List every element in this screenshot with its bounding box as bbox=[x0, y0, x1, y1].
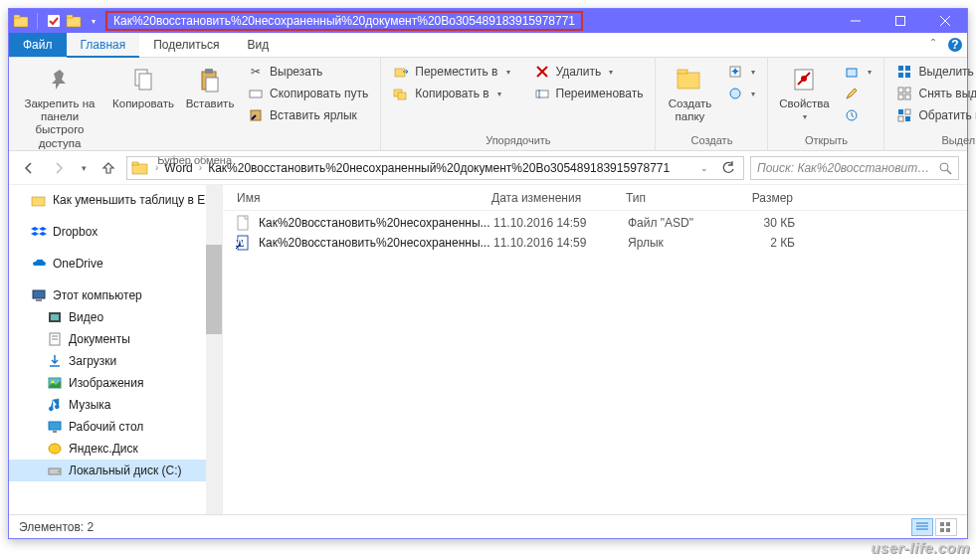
svg-rect-1 bbox=[14, 15, 20, 18]
search-icon bbox=[938, 161, 952, 175]
folder-small-icon[interactable] bbox=[66, 13, 82, 29]
svg-rect-39 bbox=[905, 94, 910, 99]
svg-rect-30 bbox=[847, 69, 857, 77]
svg-rect-4 bbox=[67, 15, 73, 18]
ribbon-collapse-icon[interactable]: ˆ bbox=[923, 33, 943, 57]
tree-item-downloads[interactable]: Загрузки bbox=[9, 350, 222, 372]
recent-locations-button[interactable]: ▾ bbox=[77, 156, 91, 180]
open-button[interactable]: ▾ bbox=[838, 62, 878, 82]
checkbox-icon[interactable] bbox=[46, 13, 62, 29]
delete-button[interactable]: Удалить▾ bbox=[528, 62, 650, 82]
open-group-label: Открыть bbox=[768, 132, 883, 150]
maximize-button[interactable] bbox=[878, 9, 922, 33]
tree-item-thispc[interactable]: Этот компьютер bbox=[9, 284, 222, 306]
tree-label: Этот компьютер bbox=[53, 288, 142, 302]
moveto-icon bbox=[393, 64, 409, 80]
forward-button[interactable] bbox=[47, 156, 71, 180]
breadcrumb-word[interactable]: Word bbox=[164, 161, 192, 175]
svg-rect-48 bbox=[32, 197, 45, 206]
tree-item-folder[interactable]: Как уменьшить таблицу в E bbox=[9, 189, 222, 211]
tree-item-videos[interactable]: Видео bbox=[9, 306, 222, 328]
svg-rect-36 bbox=[898, 88, 903, 93]
close-button[interactable] bbox=[922, 9, 967, 33]
computer-icon bbox=[31, 287, 47, 303]
tree-item-music[interactable]: Музыка bbox=[9, 394, 222, 416]
address-bar[interactable]: › Word › Как%20восстановить%20несохранен… bbox=[126, 156, 744, 180]
cut-button[interactable]: ✂Вырезать bbox=[242, 62, 374, 82]
chevron-down-icon: ▾ bbox=[751, 90, 755, 98]
pin-quickaccess-button[interactable]: Закрепить на панели быстрого доступа bbox=[15, 62, 104, 152]
paste-icon bbox=[194, 64, 226, 95]
back-button[interactable] bbox=[17, 156, 41, 180]
tree-label: Рабочий стол bbox=[69, 420, 143, 434]
column-size[interactable]: Размер bbox=[725, 191, 805, 205]
tree-item-dropbox[interactable]: Dropbox bbox=[9, 221, 222, 243]
copy-to-button[interactable]: Копировать в▾ bbox=[387, 84, 515, 103]
search-placeholder: Поиск: Как%20восстановить... bbox=[757, 161, 932, 175]
item-count: Элементов: 2 bbox=[19, 520, 94, 534]
help-icon[interactable]: ? bbox=[943, 33, 967, 57]
tab-file[interactable]: Файл bbox=[9, 33, 67, 57]
tab-share[interactable]: Поделиться bbox=[139, 33, 233, 57]
new-folder-button[interactable]: Создать папку bbox=[662, 62, 717, 125]
tree-label: Локальный диск (C:) bbox=[69, 464, 182, 477]
tree-label: Видео bbox=[69, 310, 103, 324]
properties-icon bbox=[788, 64, 820, 95]
svg-rect-60 bbox=[53, 431, 57, 433]
search-input[interactable]: Поиск: Как%20восстановить... bbox=[750, 156, 959, 180]
tree-item-documents[interactable]: Документы bbox=[9, 328, 222, 350]
tree-item-pictures[interactable]: Изображения bbox=[9, 372, 222, 394]
delete-icon bbox=[534, 64, 550, 80]
tree-item-yadisk[interactable]: Яндекс.Диск bbox=[9, 438, 222, 460]
tree-item-desktop[interactable]: Рабочий стол bbox=[9, 416, 222, 438]
column-type[interactable]: Тип bbox=[626, 191, 725, 205]
new-item-button[interactable]: ✦▾ bbox=[721, 62, 761, 82]
details-view-button[interactable] bbox=[911, 518, 933, 536]
qat-dropdown-icon[interactable]: ▾ bbox=[86, 13, 101, 29]
file-row[interactable]: W Как%20восстановить%20несохраненны... 1… bbox=[223, 233, 967, 253]
easy-access-button[interactable]: ▾ bbox=[721, 84, 761, 103]
edit-button[interactable] bbox=[838, 84, 878, 103]
minimize-button[interactable] bbox=[833, 9, 878, 33]
tab-view[interactable]: Вид bbox=[233, 33, 283, 57]
select-all-button[interactable]: Выделить все bbox=[890, 62, 976, 82]
paste-shortcut-button[interactable]: Вставить ярлык bbox=[242, 105, 374, 125]
svg-rect-41 bbox=[905, 109, 910, 114]
select-none-button[interactable]: Снять выделение bbox=[890, 84, 976, 103]
history-button[interactable] bbox=[838, 105, 878, 125]
file-row[interactable]: Как%20восстановить%20несохраненны... 11.… bbox=[223, 213, 967, 233]
tree-scroll-thumb[interactable] bbox=[206, 245, 222, 334]
file-name: Как%20восстановить%20несохраненны... bbox=[259, 216, 493, 230]
ribbon-tabs: Файл Главная Поделиться Вид ˆ ? bbox=[9, 33, 967, 58]
copy-path-button[interactable]: Скопировать путь bbox=[242, 84, 374, 103]
ribbon-group-open: Свойства ▾ ▾ Открыть bbox=[768, 58, 884, 150]
file-icon bbox=[235, 215, 251, 231]
file-list: Имя Дата изменения Тип Размер Как%20восс… bbox=[223, 185, 967, 514]
column-date[interactable]: Дата изменения bbox=[491, 191, 626, 205]
chevron-down-icon: ▾ bbox=[751, 68, 755, 77]
invert-selection-button[interactable]: Обратить выделение bbox=[890, 105, 976, 125]
tree-scrollbar[interactable] bbox=[206, 185, 222, 514]
copy-button[interactable]: Копировать bbox=[108, 62, 178, 112]
address-dropdown-button[interactable]: ⌄ bbox=[693, 157, 715, 179]
tree-item-localc[interactable]: Локальный диск (C:) bbox=[9, 460, 222, 481]
up-button[interactable] bbox=[97, 156, 120, 180]
chevron-down-icon: ▾ bbox=[506, 68, 510, 77]
ribbon-group-select: Выделить все Снять выделение Обратить вы… bbox=[884, 58, 976, 150]
move-to-button[interactable]: Переместить в▾ bbox=[387, 62, 515, 82]
paste-button[interactable]: Вставить bbox=[182, 62, 238, 112]
properties-button[interactable]: Свойства ▾ bbox=[774, 62, 834, 123]
breadcrumb-folder[interactable]: Как%20восстановить%20несохраненный%20док… bbox=[208, 161, 670, 175]
column-name[interactable]: Имя bbox=[223, 191, 491, 205]
icons-view-button[interactable] bbox=[935, 518, 957, 536]
file-type: Файл "ASD" bbox=[628, 216, 727, 230]
copy-icon bbox=[127, 64, 159, 95]
refresh-button[interactable] bbox=[717, 157, 739, 179]
chevron-right-icon[interactable]: › bbox=[195, 162, 206, 173]
tree-item-onedrive[interactable]: OneDrive bbox=[9, 253, 222, 275]
chevron-right-icon[interactable]: › bbox=[151, 162, 162, 173]
chevron-down-icon: ▾ bbox=[609, 68, 613, 77]
copypath-label: Скопировать путь bbox=[270, 87, 368, 100]
rename-button[interactable]: Переименовать bbox=[528, 84, 650, 103]
tab-home[interactable]: Главная bbox=[67, 33, 140, 58]
